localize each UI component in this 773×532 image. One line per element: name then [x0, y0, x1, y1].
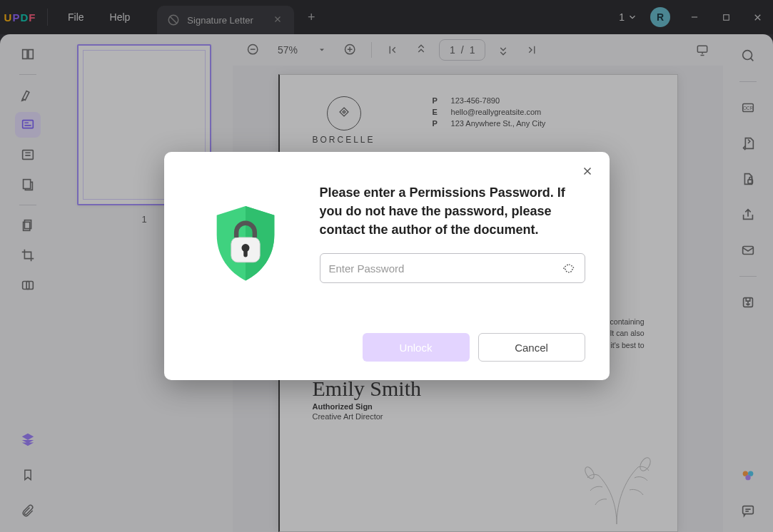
cancel-button[interactable]: Cancel	[478, 333, 585, 362]
unlock-button[interactable]: Unlock	[363, 333, 470, 362]
password-input[interactable]	[329, 262, 562, 275]
toggle-password-visibility-icon[interactable]	[562, 261, 576, 275]
shield-lock-icon	[196, 195, 295, 295]
dialog-message: Please enter a Permissions Password. If …	[320, 183, 585, 239]
password-field-wrap	[320, 253, 585, 283]
modal-overlay: Please enter a Permissions Password. If …	[0, 0, 773, 532]
dialog-close-button[interactable]	[581, 165, 595, 179]
password-dialog: Please enter a Permissions Password. If …	[164, 152, 610, 380]
svg-rect-26	[243, 249, 248, 257]
